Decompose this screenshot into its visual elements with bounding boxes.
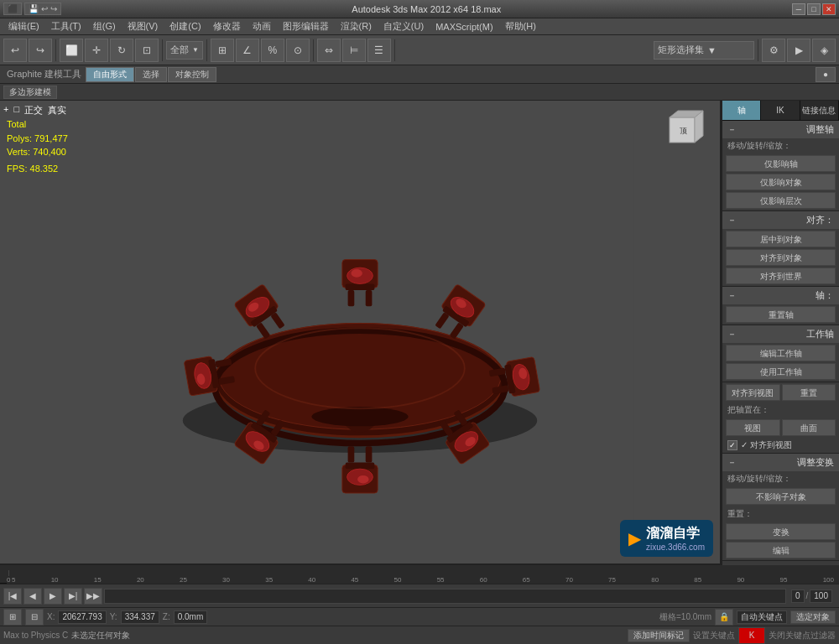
scale-button[interactable]: ⊡	[135, 39, 159, 62]
axis-header[interactable]: － 轴：	[722, 287, 839, 304]
snap-percent-button[interactable]: %	[261, 39, 284, 62]
align-view-checkbox[interactable]	[727, 440, 737, 450]
right-panel: 轴 IK 链接信息 － 调整轴 移动/旋转/缩放： 仅影响轴 仅影响对象 仅影响…	[722, 101, 839, 565]
align-button[interactable]: ⊨	[342, 39, 366, 62]
only-affect-object-btn[interactable]: 仅影响对象	[726, 174, 836, 190]
menu-render[interactable]: 渲染(R)	[336, 18, 377, 34]
edit-work-axis-btn[interactable]: 编辑工作轴	[726, 345, 836, 361]
transform-btn[interactable]: 变换	[726, 523, 836, 540]
menu-help[interactable]: 帮助(H)	[500, 18, 541, 34]
menu-modifier[interactable]: 修改器	[208, 18, 246, 34]
x-label: X:	[47, 612, 55, 621]
rotate-button[interactable]: ↻	[110, 39, 133, 62]
work-axis-header[interactable]: － 工作轴	[722, 325, 839, 343]
panel-tab-link-info[interactable]: 链接信息	[800, 101, 839, 120]
undo-button[interactable]: ↩	[3, 39, 27, 62]
redo-button[interactable]: ↪	[29, 39, 52, 62]
align-title: 对齐：	[806, 214, 834, 226]
render-setup-button[interactable]: ⚙	[762, 39, 785, 62]
snap-spinner-button[interactable]: ⊙	[286, 39, 310, 62]
viewport[interactable]: + □ 正交 真实 Total Polys: 791,477 Verts: 74…	[0, 101, 722, 565]
minimize-button[interactable]: ─	[792, 3, 805, 15]
layer-button[interactable]: ☰	[367, 39, 391, 62]
view-btn[interactable]: 视图	[726, 419, 780, 436]
use-work-axis-btn[interactable]: 使用工作轴	[726, 363, 836, 380]
total-frames[interactable]: 100	[810, 589, 832, 603]
lock-icon[interactable]: 🔒	[715, 609, 733, 626]
mirror-button[interactable]: ⇔	[317, 39, 341, 62]
minus-icon-5: －	[727, 456, 737, 469]
timeline-play-btn[interactable]: ▶	[44, 588, 62, 605]
y-value[interactable]: 334.337	[121, 610, 159, 624]
message-bar: Max to Physics C 未选定任何对象 添加时间标记 设置关键点 K …	[0, 626, 839, 644]
menu-animation[interactable]: 动画	[248, 18, 276, 34]
panel-tab-ik[interactable]: IK	[761, 101, 800, 120]
ruler-mark: 5	[12, 576, 15, 584]
timeline-end-btn[interactable]: ▶▶	[84, 588, 102, 605]
menu-group[interactable]: 组(G)	[88, 18, 121, 34]
align-checkbox-row: ✓ 对齐到视图	[722, 438, 839, 453]
align-to-view-btn[interactable]: 对齐到视图	[726, 384, 780, 401]
graphite-dot-button[interactable]: ●	[816, 67, 836, 82]
edit-btn[interactable]: 编辑	[726, 542, 836, 558]
panel-tab-axis[interactable]: 轴	[722, 101, 761, 120]
only-affect-axis-btn[interactable]: 仅影响轴	[726, 155, 836, 172]
add-time-mark-btn[interactable]: 添加时间标记	[628, 629, 690, 642]
move-button[interactable]: ✛	[85, 39, 108, 62]
menu-customize[interactable]: 自定义(U)	[378, 18, 429, 34]
surface-btn[interactable]: 曲面	[782, 419, 836, 436]
adjust-transform-header[interactable]: － 调整变换	[722, 454, 839, 471]
graphite-tab-select[interactable]: 选择	[135, 67, 167, 82]
timeline-start-btn[interactable]: |◀	[3, 588, 22, 605]
minus-icon-4: －	[727, 328, 737, 340]
status-btn-1[interactable]: ⊞	[3, 609, 22, 626]
quick-access[interactable]: 💾 ↩ ↪	[24, 3, 61, 15]
select-button[interactable]: ⬜	[60, 39, 83, 62]
adjust-axis-header[interactable]: － 调整轴	[722, 121, 839, 138]
set-key-label: 设置关键点	[693, 630, 735, 641]
align-header[interactable]: － 对齐：	[722, 211, 839, 229]
z-value[interactable]: 0.0mm	[174, 610, 208, 624]
ruler-mark-0: 0	[7, 569, 10, 584]
selection-field[interactable]: 选定对象	[790, 610, 836, 624]
render-button[interactable]: ▶	[787, 39, 810, 62]
menu-maxscript[interactable]: MAXScript(M)	[430, 20, 498, 34]
x-value[interactable]: 20627.793	[58, 610, 106, 624]
all-dropdown[interactable]: 全部 ▼	[166, 41, 203, 60]
snap-angle-button[interactable]: ∠	[236, 39, 259, 62]
snap-button[interactable]: ⊞	[211, 39, 234, 62]
menu-graph-editor[interactable]: 图形编辑器	[278, 18, 334, 34]
window-controls[interactable]: ─ □ ✕	[792, 3, 836, 15]
selection-dropdown[interactable]: 矩形选择集 ▼	[654, 41, 754, 60]
menu-tools[interactable]: 工具(T)	[46, 18, 86, 34]
status-message: 未选定任何对象	[71, 630, 624, 641]
dropdown-arrow-icon: ▼	[192, 46, 199, 54]
align-to-object-btn[interactable]: 对齐到对象	[726, 249, 836, 266]
status-btn-2[interactable]: ⊟	[25, 609, 44, 626]
graphite-tab-object[interactable]: 对象控制	[168, 67, 216, 82]
menu-view[interactable]: 视图(V)	[122, 18, 164, 34]
menu-edit[interactable]: 编辑(E)	[3, 18, 44, 34]
maximize-button[interactable]: □	[807, 3, 821, 15]
ruler-track[interactable]: 0 5 10 15 20 25 30 35 40 45 50 55 60 65 …	[7, 565, 839, 584]
viewcube[interactable]: 顶	[661, 109, 711, 159]
current-frame[interactable]: 0	[791, 589, 805, 603]
watermark-play-icon: ▶	[628, 528, 641, 548]
graphite-tab-freeform[interactable]: 自由形式	[86, 67, 134, 82]
toolbar-separator-4	[313, 39, 314, 61]
only-affect-hierarchy-btn[interactable]: 仅影响层次	[726, 192, 836, 209]
menu-create[interactable]: 创建(C)	[164, 18, 206, 34]
close-button[interactable]: ✕	[822, 3, 836, 15]
timeline-prev-btn[interactable]: ◀	[23, 588, 42, 605]
set-key-btn[interactable]: K	[738, 627, 765, 644]
center-to-object-btn[interactable]: 居中到对象	[726, 231, 836, 247]
reset-btn[interactable]: 重置	[782, 384, 836, 401]
svg-point-5	[311, 407, 408, 426]
reset-axis-btn[interactable]: 重置轴	[726, 306, 836, 323]
align-to-world-btn[interactable]: 对齐到世界	[726, 267, 836, 284]
adjust-transform-section: － 调整变换 移动/旋转/缩放： 不影响子对象 重置： 变换 编辑	[722, 454, 839, 561]
timeline-track[interactable]	[104, 589, 786, 604]
timeline-next-btn[interactable]: ▶|	[64, 588, 82, 605]
material-editor-button[interactable]: ◈	[812, 39, 836, 62]
no-affect-children-btn[interactable]: 不影响子对象	[726, 488, 836, 505]
